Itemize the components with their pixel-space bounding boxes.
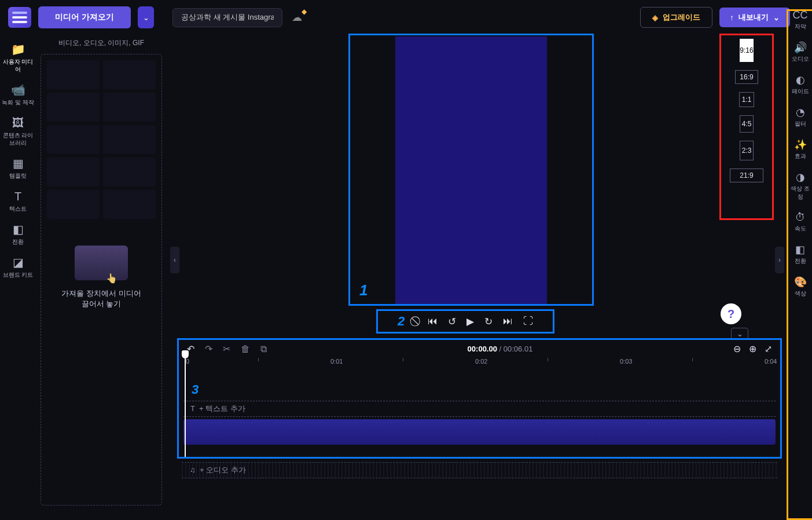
rail-item-색상[interactable]: 🎨색상	[788, 270, 812, 303]
skip-start-icon[interactable]: ⏮	[428, 316, 438, 327]
upgrade-button[interactable]: ◈업그레이드	[640, 7, 712, 28]
media-thumb	[47, 93, 100, 122]
collapse-left-panel[interactable]: ‹	[170, 247, 179, 273]
timeline-toolbar: ↶ ↷ ✂ 🗑 ⧉ 00:00.00 / 00:06.01 ⊖ ⊕ ⤢	[179, 340, 780, 358]
annotation-number-1: 1	[359, 281, 368, 299]
nav-icon: T	[1, 189, 35, 204]
duplicate-button[interactable]: ⧉	[260, 344, 267, 354]
aspect-collapse-button[interactable]: ⌄	[731, 328, 748, 339]
preview-area-annotation-box: 1	[348, 34, 594, 306]
nav-icon: 📁	[1, 42, 35, 57]
redo-button[interactable]: ↷	[205, 343, 212, 354]
preview-canvas[interactable]	[395, 36, 547, 304]
project-title-input[interactable]	[172, 8, 282, 27]
export-button[interactable]: ↑내보내기⌄	[719, 8, 790, 27]
media-thumb	[103, 125, 156, 154]
aspect-ratio-9:16[interactable]: 9:16	[740, 39, 754, 62]
text-track-placeholder[interactable]: T + 텍스트 추가	[183, 401, 776, 417]
nav-icon: ◧	[1, 222, 35, 237]
delete-button[interactable]: 🗑	[241, 344, 250, 354]
media-thumb	[47, 190, 100, 219]
right-properties-rail-annotation-box: CC자막🔊오디오◐페이드◔필터✨효과◑색상 조정⏱속도◧전환🎨색상	[787, 9, 812, 520]
rewind-icon[interactable]: ↺	[448, 316, 456, 328]
video-clip[interactable]	[183, 419, 776, 445]
aspect-ratio-2:3[interactable]: 2:3	[740, 141, 754, 160]
audio-track-placeholder[interactable]: ♫ + 오디오 추가	[182, 462, 777, 478]
media-thumb	[103, 60, 156, 89]
rail-item-페이드[interactable]: ◐페이드	[788, 68, 812, 101]
aspect-ratio-1:1[interactable]: 1:1	[739, 92, 754, 107]
aspect-ratio-16:9[interactable]: 16:9	[735, 70, 758, 84]
nav-item-사용자 미디어[interactable]: 📁사용자 미디어	[0, 37, 36, 78]
playback-controls-annotation-box: 2 ⃠ ⏮ ↺ ▶ ↻ ⏭ ⛶	[376, 309, 554, 334]
media-thumb	[47, 125, 100, 154]
rail-icon: 🎨	[788, 276, 812, 288]
nav-item-템플릿[interactable]: ▦템플릿	[0, 151, 36, 184]
nav-item-녹화 및 제작[interactable]: 📹녹화 및 제작	[0, 78, 36, 111]
upload-icon: ↑	[730, 13, 734, 22]
cloud-sync-icon[interactable]: ☁◆	[292, 11, 302, 24]
fit-timeline-button[interactable]: ⤢	[765, 343, 772, 354]
ruler-label: 0:01	[330, 358, 343, 365]
rail-item-효과[interactable]: ✨효과	[788, 133, 812, 166]
rail-icon: ◑	[788, 171, 812, 184]
rail-item-필터[interactable]: ◔필터	[788, 101, 812, 133]
help-button[interactable]: ?	[721, 303, 741, 324]
zoom-in-button[interactable]: ⊕	[749, 343, 756, 354]
skip-end-icon[interactable]: ⏭	[503, 316, 513, 327]
annotation-number-3: 3	[192, 382, 784, 397]
nav-item-전환[interactable]: ◧전환	[0, 217, 36, 250]
rail-item-자막[interactable]: CC자막	[788, 4, 812, 36]
zoom-out-button[interactable]: ⊖	[733, 343, 741, 354]
drop-illustration	[75, 246, 128, 280]
media-dropzone[interactable]: 가져올 장치에서 미디어 끌어서 놓기	[41, 54, 162, 506]
media-thumb	[103, 158, 156, 186]
media-thumb	[47, 158, 100, 186]
play-icon[interactable]: ▶	[466, 316, 474, 328]
rail-icon: ◐	[788, 74, 812, 86]
rail-icon: ◧	[788, 243, 812, 256]
forward-icon[interactable]: ↻	[484, 316, 493, 328]
timeline-ruler[interactable]: 00:010:020:030:04	[179, 358, 780, 368]
media-subtitle: 비디오, 오디오, 이미지, GIF	[41, 35, 162, 54]
timeline-playhead[interactable]	[185, 357, 186, 457]
media-thumb	[47, 60, 100, 89]
nav-icon: ◪	[1, 255, 35, 270]
media-panel: 비디오, 오디오, 이미지, GIF 가져올 장치에서 미디어 끌어서 놓기	[36, 35, 167, 520]
premium-diamond-icon: ◆	[302, 8, 307, 16]
cut-button[interactable]: ✂	[223, 343, 230, 354]
nav-item-텍스트[interactable]: T텍스트	[0, 184, 36, 217]
fullscreen-icon[interactable]: ⛶	[523, 316, 533, 327]
text-icon: T	[190, 404, 195, 413]
music-icon: ♫	[190, 466, 196, 474]
import-media-button[interactable]: 미디어 가져오기	[38, 6, 131, 28]
rail-item-오디오[interactable]: 🔊오디오	[788, 36, 812, 68]
rail-item-속도[interactable]: ⏱속도	[788, 206, 812, 238]
aspect-ratio-panel-annotation-box: 9:1616:91:14:52:321:9	[719, 34, 774, 220]
rail-item-전환[interactable]: ◧전환	[788, 238, 812, 270]
rail-icon: 🔊	[788, 41, 812, 54]
media-thumb	[103, 93, 156, 122]
annotation-number-2: 2	[398, 314, 405, 329]
import-dropdown-button[interactable]: ⌄	[138, 6, 154, 28]
aspect-ratio-4:5[interactable]: 4:5	[740, 115, 754, 133]
nav-icon: 📹	[1, 82, 35, 97]
rail-icon: CC	[788, 9, 812, 21]
nav-item-브랜드 키트[interactable]: ◪브랜드 키트	[0, 250, 36, 283]
rail-icon: ◔	[788, 106, 812, 119]
aspect-ratio-21:9[interactable]: 21:9	[730, 169, 763, 182]
nav-item-콘텐츠 라이브러리[interactable]: 🖼콘텐츠 라이브러리	[0, 111, 36, 151]
chevron-down-icon: ⌄	[773, 13, 780, 22]
left-navigation: 📁사용자 미디어📹녹화 및 제작🖼콘텐츠 라이브러리▦템플릿T텍스트◧전환◪브랜…	[0, 35, 36, 520]
ruler-label: 0:03	[620, 358, 632, 365]
collapse-right-panel[interactable]: ›	[775, 247, 784, 273]
nav-icon: ▦	[1, 156, 35, 171]
rail-item-색상 조정[interactable]: ◑색상 조정	[788, 166, 812, 206]
timeline-annotation-box: ↶ ↷ ✂ 🗑 ⧉ 00:00.00 / 00:06.01 ⊖ ⊕ ⤢ 00:0…	[177, 338, 782, 459]
ruler-label: 0:02	[475, 358, 487, 365]
app-header: 미디어 가져오기 ⌄ ☁◆ ◈업그레이드 ↑내보내기⌄	[0, 0, 812, 35]
rail-icon: ⏱	[788, 211, 812, 224]
drop-prompt: 가져올 장치에서 미디어 끌어서 놓기	[41, 246, 161, 309]
chevron-down-icon: ⌄	[143, 13, 149, 22]
app-logo[interactable]	[8, 7, 31, 28]
